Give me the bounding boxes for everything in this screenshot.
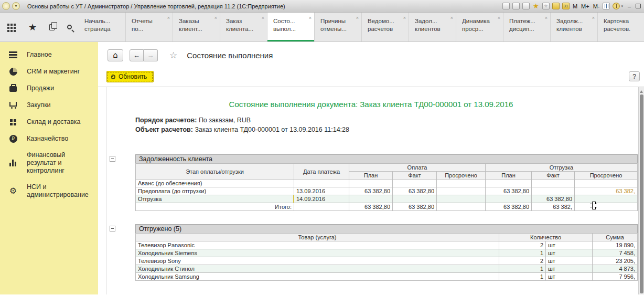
session-button-1[interactable] bbox=[2, 2, 10, 10]
cell-pay-fact[interactable]: 63 382,80 bbox=[393, 203, 437, 211]
close-tab-icon[interactable]: × bbox=[214, 14, 217, 22]
cell-unit[interactable]: шт bbox=[546, 257, 593, 265]
home-button[interactable]: ⌂ bbox=[108, 49, 123, 61]
close-tab-icon[interactable]: × bbox=[403, 14, 406, 22]
document-tab-10[interactable]: Задолж...клиентов× bbox=[551, 13, 598, 41]
memory-plus-button[interactable]: M+ bbox=[581, 3, 590, 9]
sidebar-item-warehouse[interactable]: Склад и доставка bbox=[0, 113, 98, 130]
document-tab-3[interactable]: Заказклиента...× bbox=[220, 13, 267, 41]
document-tab-2[interactable]: Заказыклиент...× bbox=[173, 13, 220, 41]
session-button-2[interactable]: ▾ bbox=[12, 2, 20, 10]
sidebar-item-cart[interactable]: Закупки bbox=[0, 97, 98, 113]
cell-date[interactable]: 14.09.2016 bbox=[294, 195, 349, 203]
cell-pay-fact[interactable] bbox=[393, 180, 437, 187]
document-tab-7[interactable]: Задол...клиентов× bbox=[409, 13, 456, 41]
cell-ship-overdue[interactable]: 63 382, bbox=[575, 187, 638, 195]
cell-unit[interactable]: шт bbox=[546, 265, 593, 273]
document-tab-6[interactable]: Ведомо...расчетов× bbox=[362, 13, 409, 41]
close-tab-icon[interactable]: × bbox=[545, 14, 548, 22]
close-tab-icon[interactable]: × bbox=[167, 14, 170, 22]
cell-qty[interactable]: 2 bbox=[499, 257, 546, 265]
info-icon[interactable]: i bbox=[613, 3, 620, 9]
cell-pay-overdue[interactable] bbox=[437, 195, 486, 203]
cell-pay-plan[interactable]: 63 382,80 bbox=[349, 187, 393, 195]
print-preview-icon[interactable] bbox=[522, 3, 530, 9]
cell-pay-plan[interactable] bbox=[349, 180, 393, 187]
cell-pay-overdue[interactable] bbox=[437, 180, 486, 187]
cell-ship-plan[interactable]: 63 382,80 bbox=[486, 203, 532, 211]
history-icon[interactable] bbox=[49, 24, 55, 30]
split-window-icon[interactable] bbox=[603, 3, 610, 9]
save-icon[interactable] bbox=[502, 3, 510, 9]
cell-stage[interactable]: Итого: bbox=[136, 203, 294, 211]
maximize-icon[interactable] bbox=[636, 4, 641, 8]
memory-button[interactable]: M bbox=[572, 3, 578, 9]
cell-sum[interactable]: 7 458, bbox=[593, 249, 638, 257]
cell-pay-plan[interactable] bbox=[349, 195, 393, 203]
document-tab-0[interactable]: Началь...страница bbox=[79, 13, 126, 41]
cell-ship-plan[interactable]: 63 382,80 bbox=[486, 187, 532, 195]
sidebar-item-bar-chart[interactable]: Финансовый результат и контроллинг bbox=[0, 147, 98, 179]
cell-qty[interactable]: 1 bbox=[499, 273, 546, 281]
close-tab-icon[interactable]: × bbox=[356, 14, 359, 22]
cell-product[interactable]: Холодильник Стинол bbox=[136, 265, 499, 273]
back-button[interactable]: ← bbox=[130, 49, 144, 61]
document-tab-11[interactable]: Карточкарасчетов. bbox=[598, 13, 644, 41]
vertical-scrollbar[interactable] bbox=[638, 87, 644, 294]
cell-pay-fact[interactable]: 63 382,80 bbox=[393, 187, 437, 195]
sidebar-item-gear[interactable]: ⚙НСИ и администрирование bbox=[0, 179, 98, 203]
add-to-favorites-icon[interactable]: ☆ bbox=[169, 50, 177, 61]
add-favorite-icon[interactable]: ★ bbox=[532, 3, 540, 9]
close-tab-icon[interactable]: × bbox=[262, 14, 264, 22]
cell-sum[interactable]: 23 205, bbox=[593, 257, 638, 265]
cell-pay-fact[interactable] bbox=[393, 195, 437, 203]
print-icon[interactable] bbox=[512, 3, 520, 9]
cell-pay-overdue[interactable] bbox=[437, 187, 486, 195]
document-tab-5[interactable]: Причиныотмены...× bbox=[315, 13, 362, 41]
close-tab-icon[interactable]: × bbox=[309, 14, 312, 22]
sidebar-item-ruble[interactable]: ₽Казначейство bbox=[0, 130, 98, 147]
cell-stage[interactable]: Предоплата (до отгрузки) bbox=[136, 187, 294, 195]
cell-product[interactable]: Телевизор Sony bbox=[136, 257, 499, 265]
cell-ship-overdue[interactable] bbox=[575, 195, 638, 203]
cell-pay-plan[interactable]: 63 382,80 bbox=[349, 203, 393, 211]
refresh-button[interactable]: Обновить bbox=[106, 71, 154, 82]
sidebar-item-menu-lines[interactable]: Главное bbox=[0, 46, 98, 63]
calendar-icon[interactable]: 31 bbox=[562, 3, 570, 9]
cell-product[interactable]: Холодильник Siemens bbox=[136, 249, 499, 257]
favorites-icon[interactable]: ☆ bbox=[542, 3, 550, 9]
sidebar-item-pie-chart[interactable]: CRM и маркетинг bbox=[0, 63, 98, 80]
forward-button[interactable]: → bbox=[144, 49, 158, 61]
document-tab-1[interactable]: Отчетыпо...× bbox=[126, 13, 173, 41]
help-button[interactable]: ? bbox=[629, 71, 640, 81]
cell-product[interactable]: Телевизор Panasonic bbox=[136, 241, 499, 249]
favorites-star-icon[interactable]: ★ bbox=[28, 23, 37, 32]
cell-stage[interactable]: Отгрузка bbox=[136, 195, 294, 203]
cell-ship-fact[interactable]: 63 382, bbox=[532, 203, 575, 211]
cell-product[interactable]: Холодильник Samsung bbox=[136, 273, 499, 281]
cell-sum[interactable]: 7 956, bbox=[593, 273, 638, 281]
cell-unit[interactable]: шт bbox=[546, 241, 593, 249]
cell-ship-overdue[interactable] bbox=[575, 180, 638, 187]
cell-qty[interactable]: 2 bbox=[499, 241, 546, 249]
cell-sum[interactable]: 19 890, bbox=[593, 241, 638, 249]
close-tab-icon[interactable]: × bbox=[592, 14, 595, 22]
document-tab-8[interactable]: Динамикапроср...× bbox=[456, 13, 503, 41]
cell-stage[interactable]: Аванс (до обеспечения) bbox=[136, 180, 294, 187]
cell-sum[interactable]: 4 873, bbox=[593, 265, 638, 273]
search-icon[interactable] bbox=[67, 25, 72, 29]
info-caret-icon[interactable]: ▾ bbox=[621, 4, 623, 8]
cell-ship-fact[interactable] bbox=[532, 187, 575, 195]
cell-unit[interactable]: шт bbox=[546, 273, 593, 281]
cell-qty[interactable]: 1 bbox=[499, 265, 546, 273]
document-tab-9[interactable]: Платеж...дисцип...× bbox=[503, 13, 551, 41]
calculator-icon[interactable] bbox=[552, 3, 560, 9]
cell-ship-plan[interactable] bbox=[486, 180, 532, 187]
cell-ship-fact[interactable]: 63 382,80 bbox=[532, 195, 575, 203]
close-tab-icon[interactable]: × bbox=[498, 14, 500, 22]
scroll-up-icon[interactable] bbox=[640, 89, 643, 93]
cell-date[interactable] bbox=[294, 180, 349, 187]
cell-ship-overdue[interactable] bbox=[575, 203, 638, 211]
main-menu-icon[interactable] bbox=[7, 24, 9, 26]
cell-unit[interactable]: шт bbox=[546, 249, 593, 257]
